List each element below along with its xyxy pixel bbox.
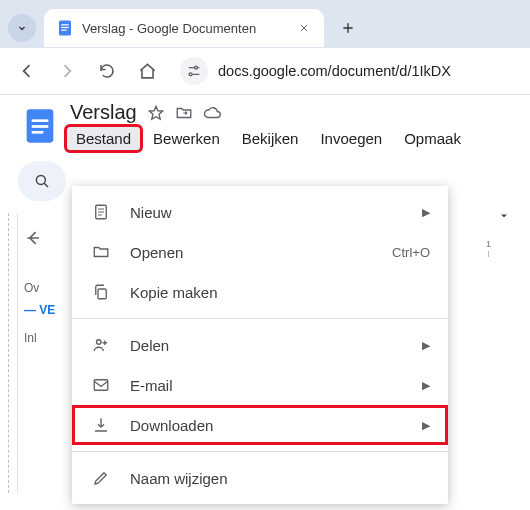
search-menus-button[interactable]: [18, 161, 66, 201]
star-button[interactable]: [147, 104, 165, 122]
tune-icon: [186, 63, 202, 79]
browser-chrome: Verslag - Google Documenten docs.google.…: [0, 0, 530, 95]
svg-point-13: [97, 340, 102, 345]
arrow-right-icon: [57, 61, 77, 81]
submenu-arrow-icon: ▶: [422, 339, 430, 352]
home-button[interactable]: [132, 56, 162, 86]
document-title[interactable]: Verslag: [70, 101, 137, 124]
cloud-status-button[interactable]: [203, 104, 221, 122]
menuitem-kopie-maken[interactable]: Kopie maken: [72, 272, 448, 312]
docs-app-icon[interactable]: [20, 101, 60, 151]
menuitem-openen[interactable]: Openen Ctrl+O: [72, 232, 448, 272]
reload-icon: [98, 62, 116, 80]
menu-bewerken[interactable]: Bewerken: [143, 126, 230, 151]
docs-favicon-icon: [56, 19, 74, 37]
download-icon: [90, 416, 112, 434]
menu-invoegen[interactable]: Invoegen: [310, 126, 392, 151]
submenu-arrow-icon: ▶: [422, 419, 430, 432]
tab-title: Verslag - Google Documenten: [82, 21, 288, 36]
outline-heading[interactable]: — VE: [24, 303, 62, 317]
mail-icon: [90, 376, 112, 394]
menuitem-delen[interactable]: Delen ▶: [72, 325, 448, 365]
menuitem-downloaden[interactable]: Downloaden ▶: [72, 405, 448, 445]
copy-icon: [90, 283, 112, 301]
chevron-down-icon: [16, 22, 28, 34]
browser-tab[interactable]: Verslag - Google Documenten: [44, 9, 324, 47]
outline-subheading[interactable]: Inl: [24, 331, 62, 345]
svg-point-5: [189, 73, 192, 76]
menu-separator: [72, 451, 448, 452]
menuitem-naam-wijzigen[interactable]: Naam wijzigen: [72, 458, 448, 498]
menuitem-nieuw[interactable]: Nieuw ▶: [72, 192, 448, 232]
submenu-arrow-icon: ▶: [422, 379, 430, 392]
rename-icon: [90, 469, 112, 487]
url-text: docs.google.com/document/d/1IkDX: [218, 63, 451, 79]
menu-separator: [72, 318, 448, 319]
svg-point-4: [195, 66, 198, 69]
submenu-arrow-icon: ▶: [422, 206, 430, 219]
folder-icon: [90, 243, 112, 261]
menu-bekijken[interactable]: Bekijken: [232, 126, 309, 151]
menuitem-email[interactable]: E-mail ▶: [72, 365, 448, 405]
tab-list-button[interactable]: [8, 14, 36, 42]
search-icon: [33, 172, 51, 190]
site-info-button[interactable]: [180, 57, 208, 85]
menu-bestand[interactable]: Bestand: [66, 126, 141, 151]
svg-rect-12: [98, 289, 106, 299]
document-outline: Ov — VE Inl: [18, 213, 68, 493]
svg-rect-2: [61, 27, 69, 28]
vertical-ruler: [0, 213, 18, 493]
back-button[interactable]: [12, 56, 42, 86]
new-tab-button[interactable]: [332, 12, 364, 44]
svg-rect-14: [94, 380, 108, 391]
svg-rect-9: [32, 131, 44, 134]
bestand-dropdown: Nieuw ▶ Openen Ctrl+O Kopie maken Delen …: [72, 186, 448, 504]
share-icon: [90, 336, 112, 354]
docs-header: Verslag Bestand Bewerken Bekijken Invoeg…: [0, 95, 530, 151]
forward-button[interactable]: [52, 56, 82, 86]
tab-close-button[interactable]: [296, 20, 312, 36]
svg-rect-3: [61, 30, 66, 31]
svg-point-10: [36, 175, 45, 184]
caret-down-icon: [498, 210, 510, 222]
svg-rect-1: [61, 24, 69, 25]
arrow-left-icon: [24, 228, 44, 248]
toolbar-more-button[interactable]: [498, 210, 510, 222]
svg-rect-8: [32, 125, 49, 128]
reload-button[interactable]: [92, 56, 122, 86]
outline-collapse-button[interactable]: [24, 223, 62, 253]
menu-opmaak[interactable]: Opmaak: [394, 126, 471, 151]
outline-overview[interactable]: Ov: [24, 281, 62, 295]
shortcut-label: Ctrl+O: [392, 245, 430, 260]
home-icon: [138, 62, 157, 81]
svg-rect-7: [32, 119, 49, 122]
address-bar[interactable]: docs.google.com/document/d/1IkDX: [172, 57, 518, 85]
document-icon: [90, 203, 112, 221]
move-button[interactable]: [175, 104, 193, 122]
arrow-left-icon: [17, 61, 37, 81]
